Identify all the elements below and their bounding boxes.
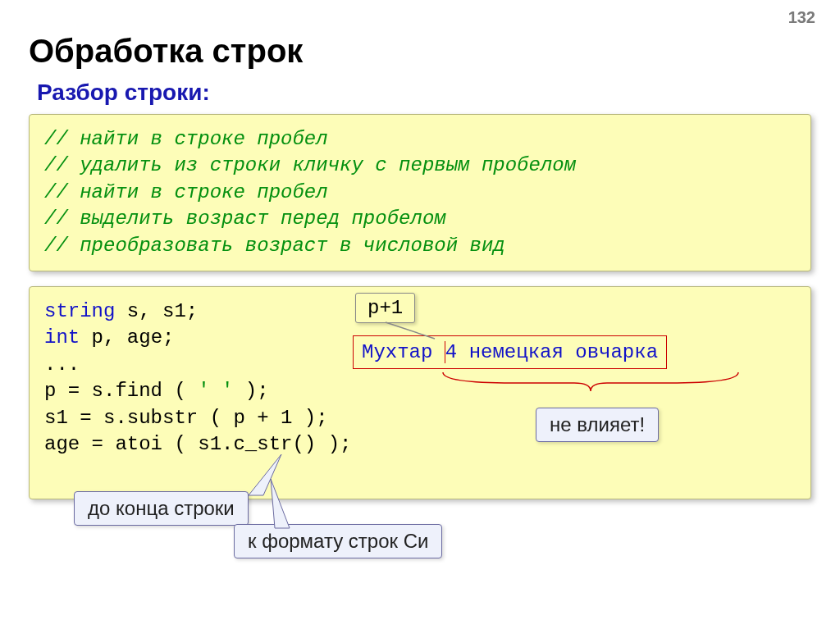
callout-no-impact: не влияет! <box>536 408 659 442</box>
comment-line: // выделить возраст перед пробелом <box>44 206 796 232</box>
sample-part2: 4 немецкая овчарка <box>445 341 658 363</box>
literal-one: 1 <box>281 407 292 429</box>
keyword-int: int <box>44 326 80 349</box>
code-line: s1 = s.substr ( p + 1 ); <box>44 405 796 431</box>
svg-marker-1 <box>271 479 290 528</box>
char-literal: ' ' <box>198 380 233 402</box>
pseudocode-box: // найти в строке пробел // удалить из с… <box>29 114 811 271</box>
connector-line-icon <box>381 321 447 341</box>
slide: 132 Обработка строк Разбор строки: // на… <box>0 0 840 629</box>
sample-part1: Мухтар <box>362 341 445 363</box>
keyword-string: string <box>44 300 115 322</box>
svg-line-2 <box>386 322 435 339</box>
comment-line: // найти в строке пробел <box>44 180 796 206</box>
code-text: p = s.find ( <box>44 380 198 402</box>
page-number: 132 <box>788 8 815 27</box>
comment-line: // преобразовать возраст в числовой вид <box>44 233 796 259</box>
code-text: s1 = s.substr ( p + <box>44 407 281 429</box>
callout-to-end: до конца строки <box>74 491 249 526</box>
comment-line: // найти в строке пробел <box>44 126 796 153</box>
section-subtitle: Разбор строки: <box>37 80 811 106</box>
code-text: s, s1; <box>115 300 198 322</box>
code-box: string s, s1; int p, age; ... p = s.find… <box>29 286 811 499</box>
code-text: p, age; <box>80 326 174 349</box>
tag-p-plus-1: p+1 <box>355 293 415 323</box>
brace-icon <box>439 368 742 393</box>
callout-pointer-icon <box>267 475 316 532</box>
callout-c-format: к формату строк Си <box>234 524 442 558</box>
code-text: ); <box>233 380 268 402</box>
code-text: ); <box>292 407 327 429</box>
slide-title: Обработка строк <box>29 33 811 70</box>
code-line: age = atoi ( s1.c_str() ); <box>44 431 796 458</box>
comment-line: // удалить из строки кличку с первым про… <box>44 153 796 179</box>
